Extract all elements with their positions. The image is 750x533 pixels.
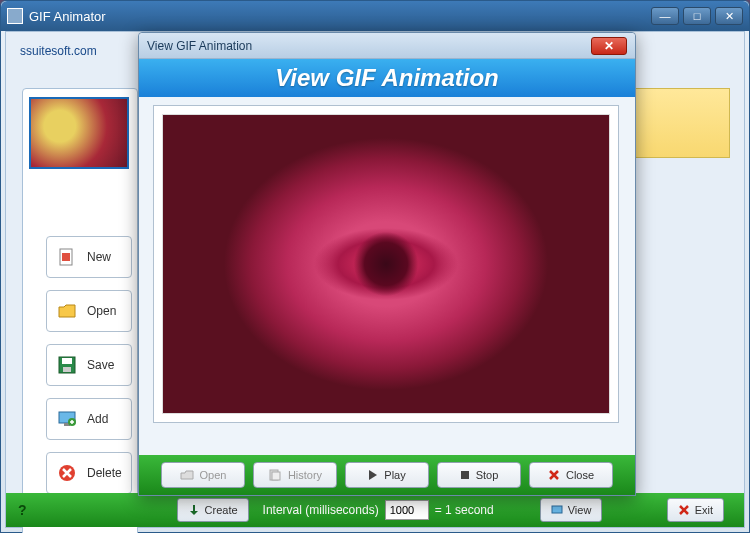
svg-rect-11	[272, 472, 280, 480]
exit-label: Exit	[695, 504, 713, 516]
bottom-toolbar: ? Create Interval (milliseconds) = 1 sec…	[6, 493, 744, 527]
dialog-close-button[interactable]: Close	[529, 462, 613, 488]
delete-button[interactable]: Delete	[46, 452, 132, 494]
svg-rect-4	[63, 367, 71, 372]
website-link[interactable]: ssuitesoft.com	[20, 44, 97, 58]
interval-input[interactable]	[385, 500, 429, 520]
side-toolbar: New Open Save Add	[46, 236, 132, 506]
main-titlebar: GIF Animator — □ ✕	[1, 1, 749, 31]
create-icon	[188, 504, 200, 516]
new-icon	[55, 245, 79, 269]
open-label: Open	[87, 304, 116, 318]
floppy-icon	[55, 353, 79, 377]
svg-rect-9	[552, 506, 562, 513]
new-label: New	[87, 250, 111, 264]
svg-rect-3	[62, 358, 72, 364]
minimize-button[interactable]: —	[651, 7, 679, 25]
dialog-title: View GIF Animation	[147, 39, 252, 53]
save-label: Save	[87, 358, 114, 372]
dialog-toolbar: Open History Play Stop Close	[139, 455, 635, 495]
delete-label: Delete	[87, 466, 122, 480]
dialog-stop-button[interactable]: Stop	[437, 462, 521, 488]
view-button[interactable]: View	[540, 498, 603, 522]
save-button[interactable]: Save	[46, 344, 132, 386]
interval-label: Interval (milliseconds)	[263, 503, 379, 517]
help-button[interactable]: ?	[18, 502, 27, 518]
preview-frame	[153, 105, 619, 423]
dialog-play-label: Play	[384, 469, 405, 481]
dialog-history-button[interactable]: History	[253, 462, 337, 488]
frame-thumbnail[interactable]	[29, 97, 129, 169]
svg-rect-12	[461, 471, 469, 479]
dialog-history-label: History	[288, 469, 322, 481]
dialog-stop-label: Stop	[476, 469, 499, 481]
folder-open-icon	[55, 299, 79, 323]
dialog-play-button[interactable]: Play	[345, 462, 429, 488]
preview-image	[162, 114, 610, 414]
close-window-button[interactable]: ✕	[715, 7, 743, 25]
interval-hint: = 1 second	[435, 503, 494, 517]
app-icon	[7, 8, 23, 24]
create-button[interactable]: Create	[177, 498, 249, 522]
dialog-close-label: Close	[566, 469, 594, 481]
view-label: View	[568, 504, 592, 516]
stop-icon	[460, 470, 470, 480]
svg-rect-1	[62, 253, 70, 261]
exit-icon	[678, 504, 690, 516]
maximize-button[interactable]: □	[683, 7, 711, 25]
history-icon	[268, 469, 282, 481]
exit-button[interactable]: Exit	[667, 498, 724, 522]
open-button[interactable]: Open	[46, 290, 132, 332]
dialog-titlebar: View GIF Animation ✕	[139, 33, 635, 59]
dialog-header: View GIF Animation	[139, 59, 635, 97]
dialog-open-button[interactable]: Open	[161, 462, 245, 488]
app-title: GIF Animator	[29, 9, 106, 24]
close-icon	[548, 469, 560, 481]
add-button[interactable]: Add	[46, 398, 132, 440]
folder-icon	[180, 469, 194, 481]
play-icon	[368, 470, 378, 480]
add-label: Add	[87, 412, 108, 426]
create-label: Create	[205, 504, 238, 516]
dialog-open-label: Open	[200, 469, 227, 481]
new-button[interactable]: New	[46, 236, 132, 278]
view-icon	[551, 504, 563, 516]
delete-icon	[55, 461, 79, 485]
view-animation-dialog: View GIF Animation ✕ View GIF Animation …	[138, 32, 636, 496]
dialog-close-x[interactable]: ✕	[591, 37, 627, 55]
monitor-add-icon	[55, 407, 79, 431]
